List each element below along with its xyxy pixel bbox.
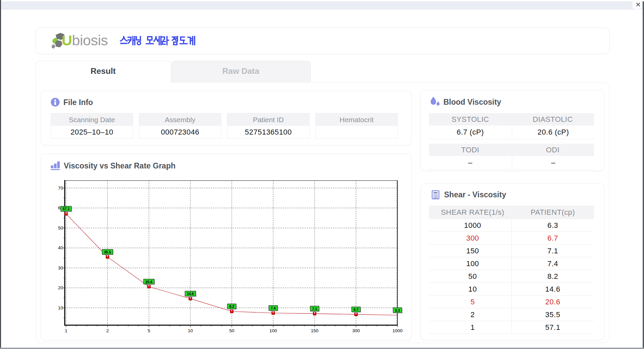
svg-text:8.2: 8.2 (229, 304, 234, 308)
svg-text:7.1: 7.1 (312, 307, 317, 311)
svg-text:150: 150 (311, 328, 319, 333)
svg-text:30: 30 (58, 265, 63, 270)
svg-text:1: 1 (65, 328, 67, 333)
svg-text:50: 50 (229, 328, 234, 333)
svg-text:20.6: 20.6 (146, 280, 153, 284)
svg-text:6.7: 6.7 (354, 307, 359, 311)
svg-text:14.6: 14.6 (187, 292, 194, 296)
svg-text:100: 100 (269, 328, 277, 333)
svg-text:5: 5 (148, 328, 150, 333)
svg-text:1000: 1000 (392, 328, 402, 333)
svg-text:40: 40 (58, 245, 63, 250)
svg-text:10: 10 (58, 305, 63, 310)
svg-text:10: 10 (188, 328, 193, 333)
svg-text:50: 50 (58, 226, 63, 231)
svg-text:6.3: 6.3 (395, 308, 400, 312)
svg-text:300: 300 (352, 328, 360, 333)
svg-text:20: 20 (58, 285, 63, 290)
svg-text:7.4: 7.4 (271, 306, 276, 310)
svg-text:57.1: 57.1 (63, 207, 70, 211)
svg-text:70: 70 (58, 186, 63, 191)
svg-text:35.5: 35.5 (104, 250, 111, 254)
svg-text:2: 2 (106, 328, 109, 333)
